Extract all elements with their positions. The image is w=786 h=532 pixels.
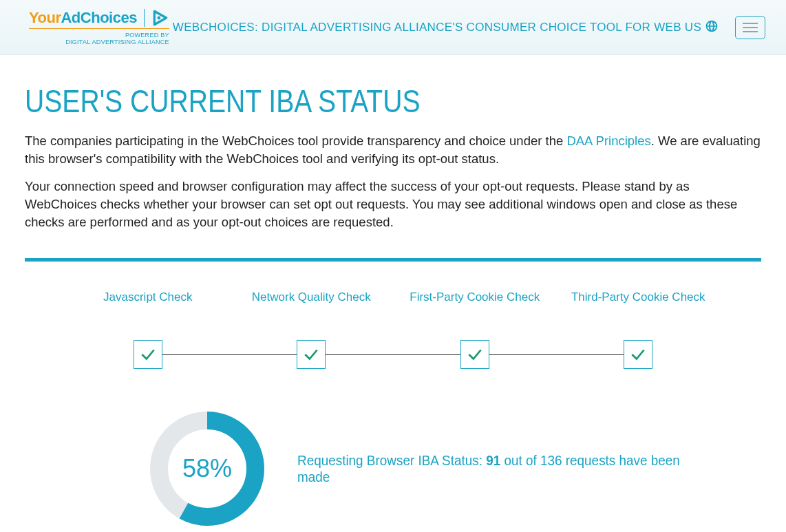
adchoices-icon (151, 9, 169, 27)
progress-status-text: Requesting Browser IBA Status: 91 out of… (297, 452, 715, 485)
checkmark-icon (302, 345, 320, 363)
hamburger-icon (743, 23, 758, 24)
progress-section: 58% Requesting Browser IBA Status: 91 ou… (149, 410, 761, 527)
check-label: Network Quality Check (230, 290, 394, 321)
page-title: USER'S CURRENT IBA STATUS (25, 83, 651, 120)
checkmark-icon (139, 345, 157, 363)
check-item-first-party-cookie: First-Party Cookie Check (393, 290, 557, 369)
section-divider-thick (25, 258, 761, 262)
logo-divider (144, 9, 145, 27)
check-label: First-Party Cookie Check (393, 290, 557, 321)
menu-button[interactable] (735, 16, 765, 39)
check-status-box (297, 340, 326, 369)
check-status-box (134, 340, 162, 369)
globe-icon[interactable] (705, 19, 719, 36)
logo-subtitle: POWERED BY DIGITAL ADVERTISING ALLIANCE (29, 28, 169, 45)
checks-row: Javascript Check Network Quality Check F… (66, 290, 720, 369)
progress-donut: 58% (149, 410, 266, 527)
checkmark-icon (466, 345, 484, 363)
check-status-box (624, 340, 652, 369)
check-label: Third-Party Cookie Check (557, 290, 721, 321)
svg-point-0 (157, 17, 160, 20)
check-item-javascript: Javascript Check (66, 290, 230, 369)
check-connector-line (145, 354, 641, 355)
daa-principles-link[interactable]: DAA Principles (566, 134, 650, 148)
header-title: WEBCHOICES: DIGITAL ADVERTISING ALLIANCE… (169, 21, 705, 34)
intro-paragraph-1: The companies participating in the WebCh… (25, 132, 761, 168)
app-header: YourAdChoices POWERED BY DIGITAL ADVERTI… (0, 0, 786, 55)
check-status-box (460, 340, 489, 369)
intro-paragraph-2: Your connection speed and browser config… (25, 178, 761, 231)
logo[interactable]: YourAdChoices POWERED BY DIGITAL ADVERTI… (29, 9, 169, 45)
logo-text: YourAdChoices (29, 9, 137, 27)
check-item-network: Network Quality Check (230, 290, 394, 369)
progress-percent-label: 58% (182, 454, 232, 483)
checkmark-icon (629, 345, 647, 363)
check-label: Javascript Check (66, 290, 230, 321)
check-item-third-party-cookie: Third-Party Cookie Check (557, 290, 721, 369)
